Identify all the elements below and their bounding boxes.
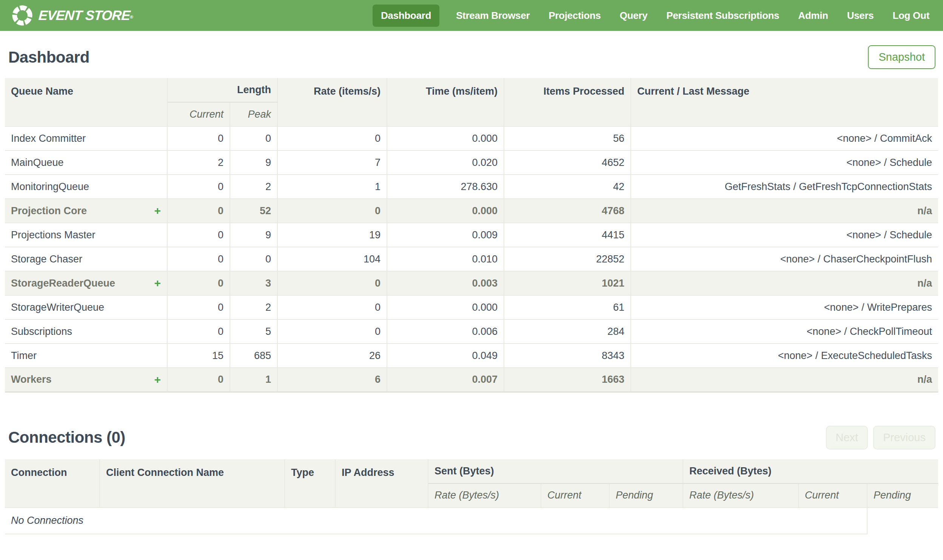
col-header-time: Time (ms/item) bbox=[387, 78, 504, 126]
queues-table-wrap: Queue Name Length Rate (items/s) Time (m… bbox=[0, 78, 943, 392]
queue-name-cell: Projections Master bbox=[5, 223, 167, 247]
queue-message: n/a bbox=[631, 271, 938, 295]
nav-item-stream-browser[interactable]: Stream Browser bbox=[454, 5, 532, 27]
expand-plus-icon[interactable]: + bbox=[154, 374, 161, 385]
queue-items-processed: 4768 bbox=[504, 199, 631, 223]
col-header-message: Current / Last Message bbox=[631, 78, 938, 126]
col-header-length-peak: Peak bbox=[230, 102, 278, 126]
nav-item-projections[interactable]: Projections bbox=[546, 5, 603, 27]
queue-row-subscriptions: Subscriptions0500.006284<none> / CheckPo… bbox=[5, 319, 938, 343]
expand-plus-icon[interactable]: + bbox=[154, 205, 161, 217]
col-header-received-bytes: Received (Bytes) bbox=[683, 459, 938, 483]
queue-length-current: 2 bbox=[167, 151, 230, 175]
queue-items-processed: 4652 bbox=[504, 151, 631, 175]
nav-menu: DashboardStream BrowserProjectionsQueryP… bbox=[373, 5, 932, 27]
nav-item-persistent-subscriptions[interactable]: Persistent Subscriptions bbox=[664, 5, 781, 27]
queue-rate: 0 bbox=[278, 295, 387, 319]
queue-time: 0.049 bbox=[387, 343, 504, 368]
connections-header: Connections (0) Next Previous bbox=[0, 392, 943, 459]
top-navbar: EVENT STORE® DashboardStream BrowserProj… bbox=[0, 0, 943, 31]
col-header-type: Type bbox=[285, 459, 335, 508]
connections-title: Connections (0) bbox=[8, 428, 125, 446]
queue-message: n/a bbox=[631, 368, 938, 392]
queue-row-workers: Workers+0160.0071663n/a bbox=[5, 368, 938, 392]
queue-name: Projection Core bbox=[11, 205, 87, 217]
nav-item-users[interactable]: Users bbox=[845, 5, 876, 27]
nav-item-admin[interactable]: Admin bbox=[796, 5, 830, 27]
queue-time: 0.006 bbox=[387, 319, 504, 343]
queue-length-peak: 52 bbox=[230, 199, 278, 223]
queue-name-cell: MonitoringQueue bbox=[5, 175, 167, 199]
queue-items-processed: 1663 bbox=[504, 368, 631, 392]
col-header-client-connection-name: Client Connection Name bbox=[100, 459, 285, 508]
queue-time: 0.000 bbox=[387, 295, 504, 319]
nav-item-query[interactable]: Query bbox=[617, 5, 650, 27]
queue-name-cell: Workers+ bbox=[5, 368, 167, 392]
expand-plus-icon[interactable]: + bbox=[154, 278, 161, 289]
queue-length-current: 0 bbox=[167, 295, 230, 319]
nav-item-dashboard[interactable]: Dashboard bbox=[373, 5, 440, 27]
queue-length-peak: 5 bbox=[230, 319, 278, 343]
pager: Next Previous bbox=[826, 426, 935, 449]
col-header-sent-rate: Rate (Bytes/s) bbox=[428, 483, 541, 508]
queue-rate: 7 bbox=[278, 151, 387, 175]
no-connections-row: No Connections bbox=[5, 508, 938, 534]
col-header-received-pending: Pending bbox=[867, 483, 938, 508]
page-header: Dashboard Snapshot bbox=[0, 31, 943, 78]
brand: EVENT STORE® bbox=[11, 5, 133, 26]
queue-items-processed: 284 bbox=[504, 319, 631, 343]
queue-length-peak: 2 bbox=[230, 175, 278, 199]
queue-name-cell: Projection Core+ bbox=[5, 199, 167, 223]
queue-name: StorageReaderQueue bbox=[11, 278, 115, 289]
queue-time: 0.009 bbox=[387, 223, 504, 247]
queue-message: <none> / WritePrepares bbox=[631, 295, 938, 319]
col-header-queue-name: Queue Name bbox=[5, 78, 167, 126]
queue-row-monitoringqueue: MonitoringQueue021278.63042GetFreshStats… bbox=[5, 175, 938, 199]
queue-length-peak: 3 bbox=[230, 271, 278, 295]
queue-time: 0.000 bbox=[387, 126, 504, 151]
queue-length-current: 0 bbox=[167, 271, 230, 295]
col-header-connection: Connection bbox=[5, 459, 100, 508]
col-header-received-rate: Rate (Bytes/s) bbox=[683, 483, 798, 508]
queue-name-cell: MainQueue bbox=[5, 151, 167, 175]
queue-name-cell: Storage Chaser bbox=[5, 247, 167, 271]
queue-message: <none> / ChaserCheckpointFlush bbox=[631, 247, 938, 271]
queue-name-cell: StorageWriterQueue bbox=[5, 295, 167, 319]
queue-message: <none> / Schedule bbox=[631, 151, 938, 175]
queue-time: 0.007 bbox=[387, 368, 504, 392]
queue-rate: 104 bbox=[278, 247, 387, 271]
nav-item-log-out[interactable]: Log Out bbox=[890, 5, 932, 27]
queue-items-processed: 22852 bbox=[504, 247, 631, 271]
queue-name-cell: Timer bbox=[5, 343, 167, 368]
queue-row-index-committer: Index Committer0000.00056<none> / Commit… bbox=[5, 126, 938, 151]
queue-message: <none> / ExecuteScheduledTasks bbox=[631, 343, 938, 368]
queue-message: <none> / CommitAck bbox=[631, 126, 938, 151]
brand-name: EVENT STORE® bbox=[38, 8, 134, 23]
queue-length-peak: 9 bbox=[230, 151, 278, 175]
queue-length-peak: 0 bbox=[230, 247, 278, 271]
queue-items-processed: 8343 bbox=[504, 343, 631, 368]
snapshot-button[interactable]: Snapshot bbox=[868, 45, 935, 69]
queue-items-processed: 61 bbox=[504, 295, 631, 319]
queue-items-processed: 4415 bbox=[504, 223, 631, 247]
queue-length-current: 0 bbox=[167, 126, 230, 151]
queue-rate: 0 bbox=[278, 199, 387, 223]
queue-items-processed: 56 bbox=[504, 126, 631, 151]
empty-cell bbox=[867, 508, 938, 534]
queue-name-cell: StorageReaderQueue+ bbox=[5, 271, 167, 295]
queue-rate: 1 bbox=[278, 175, 387, 199]
queue-name: Workers bbox=[11, 374, 52, 385]
queue-time: 0.003 bbox=[387, 271, 504, 295]
col-header-sent-current: Current bbox=[541, 483, 609, 508]
queue-row-timer: Timer15685260.0498343<none> / ExecuteSch… bbox=[5, 343, 938, 368]
next-button[interactable]: Next bbox=[826, 426, 868, 449]
queue-name-cell: Subscriptions bbox=[5, 319, 167, 343]
registered-mark: ® bbox=[130, 14, 133, 20]
previous-button[interactable]: Previous bbox=[873, 426, 935, 449]
queue-time: 0.020 bbox=[387, 151, 504, 175]
connections-table-wrap: Connection Client Connection Name Type I… bbox=[0, 459, 943, 534]
connections-table: Connection Client Connection Name Type I… bbox=[5, 459, 938, 534]
eventstore-logo-icon bbox=[11, 5, 33, 26]
no-connections-message: No Connections bbox=[5, 508, 867, 534]
queue-length-peak: 0 bbox=[230, 126, 278, 151]
